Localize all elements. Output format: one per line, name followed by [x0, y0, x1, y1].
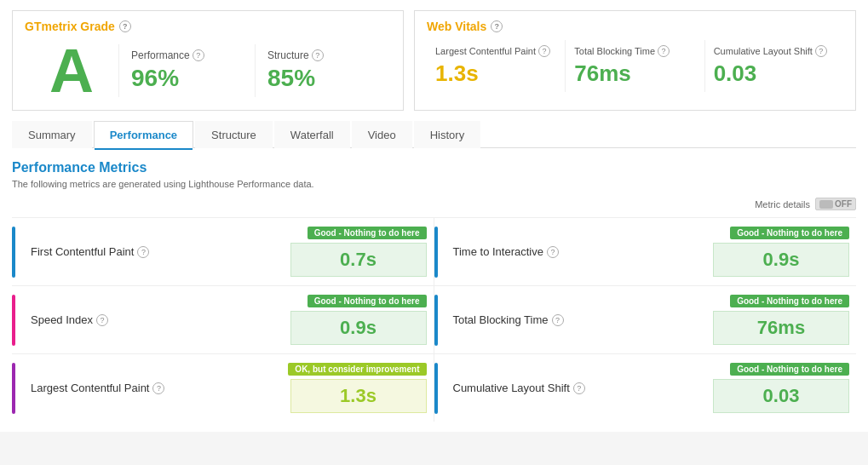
tab-video[interactable]: Video: [352, 121, 412, 148]
performance-help-icon[interactable]: ?: [193, 49, 204, 61]
tti-bar: [434, 227, 438, 278]
tti-value-box: 0.9s: [713, 243, 849, 277]
lcp-result: OK, but consider improvement 1.3s: [288, 363, 426, 413]
lcp2-help-icon[interactable]: ?: [152, 382, 164, 394]
perf-metrics-title: Performance Metrics: [12, 160, 856, 175]
si-value: 0.9s: [340, 317, 377, 338]
tbt-value: 76ms: [757, 317, 805, 338]
metric-tti: Time to Interactive ? Good - Nothing to …: [434, 217, 857, 285]
grade-letter: A: [25, 40, 118, 101]
cls-value: 0.03: [763, 385, 800, 406]
cls-help-icon[interactable]: ?: [815, 45, 827, 57]
lcp-badge: OK, but consider improvement: [288, 363, 426, 376]
tti-value: 0.9s: [763, 249, 800, 270]
tbt-vital: Total Blocking Time ? 76ms: [565, 40, 704, 92]
toggle-label: OFF: [835, 199, 852, 209]
lcp-value: 1.3s: [340, 385, 377, 406]
cls-info: Cumulative Layout Shift ?: [441, 382, 714, 394]
performance-label: Performance ?: [131, 49, 243, 61]
tbt-value-box: 76ms: [713, 311, 849, 345]
metric-details-row: Metric details OFF: [12, 198, 856, 210]
vitals-inner: Largest Contentful Paint ? 1.3s Total Bl…: [427, 40, 843, 92]
cls2-help-icon[interactable]: ?: [573, 382, 585, 394]
tab-history[interactable]: History: [414, 121, 480, 148]
grade-metrics: Performance ? 96% Structure ? 85%: [118, 44, 391, 97]
webvitals-help-icon[interactable]: ?: [491, 20, 503, 32]
cls-value: 0.03: [714, 60, 835, 87]
metric-details-toggle[interactable]: OFF: [815, 198, 856, 210]
metric-tbt: Total Blocking Time ? Good - Nothing to …: [434, 285, 857, 353]
fcp-value: 0.7s: [340, 249, 377, 270]
tab-performance[interactable]: Performance: [94, 121, 193, 148]
tab-summary[interactable]: Summary: [12, 121, 92, 148]
tbt-bar: [434, 295, 438, 346]
lcp-value: 1.3s: [435, 60, 556, 87]
structure-label: Structure ?: [267, 49, 379, 61]
metric-details-label: Metric details: [755, 199, 810, 210]
fcp-bar: [12, 227, 15, 278]
tti-info: Time to Interactive ?: [441, 245, 714, 258]
tab-structure[interactable]: Structure: [195, 121, 273, 148]
metric-si: Speed Index ? Good - Nothing to do here …: [12, 285, 434, 353]
tbt-help-icon[interactable]: ?: [658, 45, 670, 57]
page-wrapper: GTmetrix Grade ? A Performance ? 96%: [0, 0, 868, 432]
lcp-bar: [12, 363, 15, 414]
metric-lcp: Largest Contentful Paint ? OK, but consi…: [12, 353, 434, 422]
tti-name: Time to Interactive ?: [453, 245, 714, 258]
si-value-box: 0.9s: [290, 311, 427, 345]
cls-name: Cumulative Layout Shift ?: [453, 382, 714, 394]
metric-cls: Cumulative Layout Shift ? Good - Nothing…: [434, 353, 857, 422]
si-result: Good - Nothing to do here 0.9s: [290, 295, 427, 345]
fcp-badge: Good - Nothing to do here: [308, 227, 427, 239]
lcp-info: Largest Contentful Paint ?: [19, 382, 288, 394]
si-name: Speed Index ?: [31, 313, 290, 326]
cls-result: Good - Nothing to do here 0.03: [713, 363, 849, 413]
si-info: Speed Index ?: [19, 313, 290, 326]
tabs-bar: Summary Performance Structure Waterfall …: [12, 121, 856, 148]
fcp-result: Good - Nothing to do here 0.7s: [290, 227, 427, 277]
tbt-badge: Good - Nothing to do here: [730, 295, 849, 307]
performance-metrics-section: Performance Metrics The following metric…: [12, 160, 856, 422]
fcp-info: First Contentful Paint ?: [19, 245, 290, 258]
gtmetrix-title-text: GTmetrix Grade: [25, 20, 115, 33]
structure-help-icon[interactable]: ?: [312, 49, 324, 61]
performance-value: 96%: [131, 65, 243, 92]
top-row: GTmetrix Grade ? A Performance ? 96%: [12, 10, 856, 111]
tbt-label: Total Blocking Time ?: [574, 45, 695, 57]
lcp-name: Largest Contentful Paint ?: [31, 382, 288, 394]
metric-fcp: First Contentful Paint ? Good - Nothing …: [12, 217, 434, 285]
si-help-icon[interactable]: ?: [96, 314, 108, 326]
fcp-name: First Contentful Paint ?: [31, 245, 290, 258]
tbt-help-icon[interactable]: ?: [552, 314, 564, 326]
tbt-result: Good - Nothing to do here 76ms: [713, 295, 849, 345]
tbt-info: Total Blocking Time ?: [441, 313, 714, 326]
cls-vital: Cumulative Layout Shift ? 0.03: [704, 40, 843, 92]
tti-badge: Good - Nothing to do here: [730, 227, 849, 239]
fcp-value-box: 0.7s: [290, 243, 427, 277]
structure-metric: Structure ? 85%: [255, 44, 391, 97]
si-badge: Good - Nothing to do here: [308, 295, 427, 307]
web-vitals-box: Web Vitals ? Largest Contentful Paint ? …: [414, 10, 856, 111]
metrics-grid: First Contentful Paint ? Good - Nothing …: [12, 217, 856, 422]
lcp-help-icon[interactable]: ?: [538, 45, 550, 57]
lcp-label: Largest Contentful Paint ?: [435, 45, 556, 57]
cls-bar: [434, 363, 438, 414]
tti-help-icon[interactable]: ?: [547, 246, 559, 258]
cls-value-box: 0.03: [713, 379, 849, 413]
cls-badge: Good - Nothing to do here: [730, 363, 849, 376]
gtmetrix-help-icon[interactable]: ?: [119, 20, 131, 32]
gtmetrix-grade-box: GTmetrix Grade ? A Performance ? 96%: [12, 10, 404, 111]
gtmetrix-title: GTmetrix Grade ?: [25, 20, 391, 33]
tbt-value: 76ms: [574, 60, 695, 87]
tab-waterfall[interactable]: Waterfall: [274, 121, 350, 148]
web-vitals-title: Web Vitals ?: [427, 20, 843, 33]
lcp-vital: Largest Contentful Paint ? 1.3s: [427, 40, 565, 92]
grade-inner: A Performance ? 96% Structure ?: [25, 40, 391, 101]
structure-value: 85%: [267, 65, 379, 92]
si-bar: [12, 295, 15, 346]
performance-metric: Performance ? 96%: [118, 44, 255, 97]
tbt-name: Total Blocking Time ?: [453, 313, 714, 326]
perf-metrics-subtitle: The following metrics are generated usin…: [12, 179, 856, 189]
fcp-help-icon[interactable]: ?: [137, 246, 149, 258]
lcp-value-box: 1.3s: [290, 379, 427, 413]
